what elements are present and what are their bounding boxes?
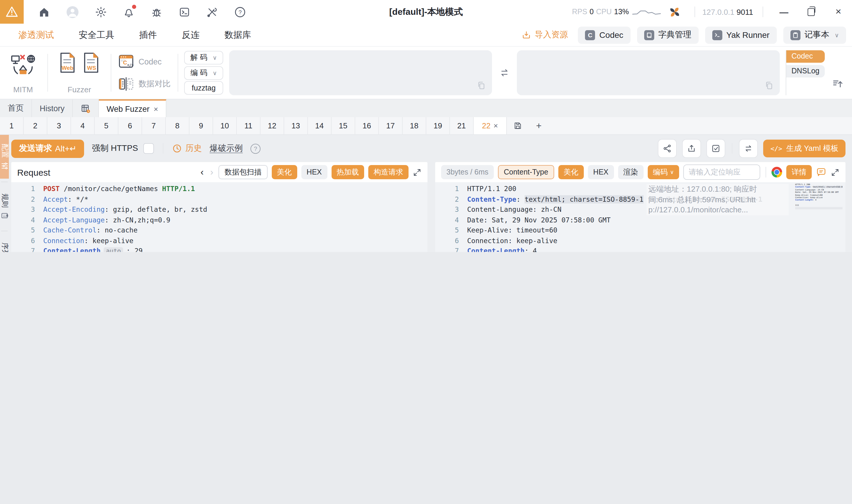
blast-example-link[interactable]: 爆破示例 [210, 143, 243, 154]
mitm-shortcut[interactable]: MITM [5, 50, 41, 95]
export-button[interactable] [682, 139, 701, 158]
menu-security-tools[interactable]: 安全工具 [79, 29, 114, 40]
menu-reverse[interactable]: 反连 [182, 29, 199, 40]
fuzzer-tab-9[interactable]: 9 [189, 117, 213, 134]
beautify-button[interactable]: 美化 [558, 165, 584, 179]
fuzzer-tab-8[interactable]: 8 [166, 117, 189, 134]
fuzzer-tab-7[interactable]: 7 [142, 117, 166, 134]
restore-button[interactable] [798, 0, 825, 24]
open-in-browser-icon[interactable] [771, 167, 782, 178]
fuzzer-shortcut[interactable]: Web WS Fuzzer [54, 50, 105, 95]
data-compare-shortcut[interactable]: 数据对比 [118, 76, 171, 92]
pinwheel-icon[interactable] [668, 5, 681, 19]
hex-button[interactable]: HEX [301, 165, 327, 179]
fuzzer-tab-12[interactable]: 12 [261, 117, 284, 134]
tab-web-fuzzer[interactable]: Web Fuzzer × [99, 100, 167, 117]
swap-layout-button[interactable] [739, 139, 758, 158]
yakit-logo[interactable] [0, 0, 24, 24]
fuzzer-tab-4[interactable]: 4 [71, 117, 95, 134]
fuzzer-tab-22[interactable]: 22× [474, 117, 507, 134]
codec-tab[interactable]: Codec [786, 50, 825, 63]
menu-database[interactable]: 数据库 [224, 29, 251, 40]
yak-runner-button[interactable]: Yak Runner [705, 26, 777, 43]
terminal-icon[interactable] [178, 6, 191, 18]
menu-pentest[interactable]: 渗透测试 [18, 29, 54, 40]
notifications-bell-icon[interactable] [123, 6, 135, 18]
decode-button[interactable]: 解 码∨ [184, 51, 223, 65]
fuzzer-tab-16[interactable]: 16 [355, 117, 379, 134]
fuzzer-tab-19[interactable]: 19 [426, 117, 450, 134]
send-request-button[interactable]: 发送请求Alt+↵ [11, 139, 84, 158]
response-editor[interactable]: 1HTTP/1.1 2002Content-Type: text/html; c… [435, 182, 846, 252]
swap-io-icon[interactable] [498, 50, 511, 95]
bug-icon[interactable] [151, 6, 163, 18]
dnslog-tab[interactable]: DNSLog [786, 65, 825, 77]
generate-yaml-button[interactable]: </> 生成 Yaml 模板 [763, 140, 846, 157]
fuzzer-tab-13[interactable]: 13 [284, 117, 308, 134]
share-button[interactable] [658, 139, 677, 158]
menu-plugins[interactable]: 插件 [139, 29, 157, 40]
detail-button[interactable]: 详情 [786, 165, 812, 179]
close-button[interactable]: × [825, 0, 852, 24]
edit-packet-button[interactable] [706, 139, 725, 158]
sidebar-tab-sequence[interactable]: 序列 [0, 234, 9, 252]
redo-chevron-icon[interactable]: › [209, 167, 215, 178]
hex-button[interactable]: HEX [588, 165, 614, 179]
codec-shortcut[interactable]: 011 C </> Codec [118, 54, 171, 69]
import-resource-link[interactable]: 导入资源 [522, 30, 568, 40]
fuzzer-tab-14[interactable]: 14 [308, 117, 332, 134]
request-editor[interactable]: 1POST /monitor/cache/getNames HTTP/1.12A… [11, 182, 428, 252]
content-type-filter-badge[interactable]: Content-Type [498, 165, 554, 179]
packet-scan-button[interactable]: 数据包扫描 [219, 165, 267, 179]
tools-icon[interactable] [206, 6, 219, 18]
close-tab-icon[interactable]: × [154, 104, 158, 113]
render-button[interactable]: 渲染 [618, 165, 643, 179]
fullscreen-icon[interactable] [831, 168, 839, 177]
copy-icon[interactable] [476, 80, 486, 90]
help-icon[interactable]: ? [234, 6, 246, 18]
undo-chevron-icon[interactable]: ‹ [199, 167, 205, 178]
tab-home[interactable]: 首页 [0, 100, 32, 117]
home-icon[interactable] [38, 6, 50, 18]
help-question-icon[interactable]: ? [250, 143, 261, 154]
notepad-button[interactable]: 记事本 ∨ [783, 26, 846, 43]
codec-output-area[interactable] [517, 50, 780, 95]
minimap[interactable]: HTTP/1.1 200Content-Type: text/html; cha… [795, 183, 842, 210]
encode-button[interactable]: 编 码∨ [184, 66, 223, 79]
add-tab-button[interactable]: + [528, 117, 550, 134]
user-avatar[interactable] [66, 5, 79, 19]
fuzzer-tab-10[interactable]: 10 [213, 117, 237, 134]
sidebar-tab-config[interactable]: 配置 [0, 135, 9, 179]
sidebar-tab-rules[interactable]: 规则 [0, 185, 9, 228]
codec-input-area[interactable] [229, 50, 492, 95]
fuzzer-tab-2[interactable]: 2 [24, 117, 47, 134]
fuzzer-tab-18[interactable]: 18 [403, 117, 426, 134]
dictionary-button[interactable]: 字典管理 [637, 26, 699, 43]
collapse-panel-icon[interactable] [832, 77, 844, 89]
fuzzer-tab-11[interactable]: 11 [237, 117, 261, 134]
copy-icon[interactable] [764, 80, 774, 90]
encode-button[interactable]: 编码∨ [647, 165, 679, 179]
fuzzer-tab-5[interactable]: 5 [95, 117, 118, 134]
construct-request-button[interactable]: 构造请求 [368, 165, 408, 179]
fuzzer-tab-6[interactable]: 6 [118, 117, 142, 134]
fuzzer-tab-17[interactable]: 17 [379, 117, 403, 134]
force-https-checkbox[interactable] [143, 143, 154, 154]
tab-history[interactable]: History [32, 100, 73, 117]
settings-gear-icon[interactable] [95, 6, 107, 18]
fuzzer-tab-3[interactable]: 3 [47, 117, 71, 134]
hotload-button[interactable]: 热加载 [331, 165, 364, 179]
fuzzer-tab-15[interactable]: 15 [332, 117, 355, 134]
fuzztag-button[interactable]: fuzztag [184, 81, 223, 95]
search-input[interactable] [684, 165, 760, 179]
history-button[interactable]: 历史 [172, 143, 202, 154]
fuzzer-tab-21[interactable]: 21 [450, 117, 474, 134]
fuzzer-tab-1[interactable]: 1 [0, 117, 24, 134]
save-tabs-button[interactable] [507, 117, 528, 134]
beautify-button[interactable]: 美化 [272, 165, 297, 179]
feedback-comment-icon[interactable] [816, 167, 827, 178]
fullscreen-icon[interactable] [413, 168, 421, 177]
codec-tool-button[interactable]: C Codec [578, 26, 630, 43]
tab-db-manager[interactable] [73, 100, 99, 117]
close-tab-icon[interactable]: × [493, 121, 498, 130]
